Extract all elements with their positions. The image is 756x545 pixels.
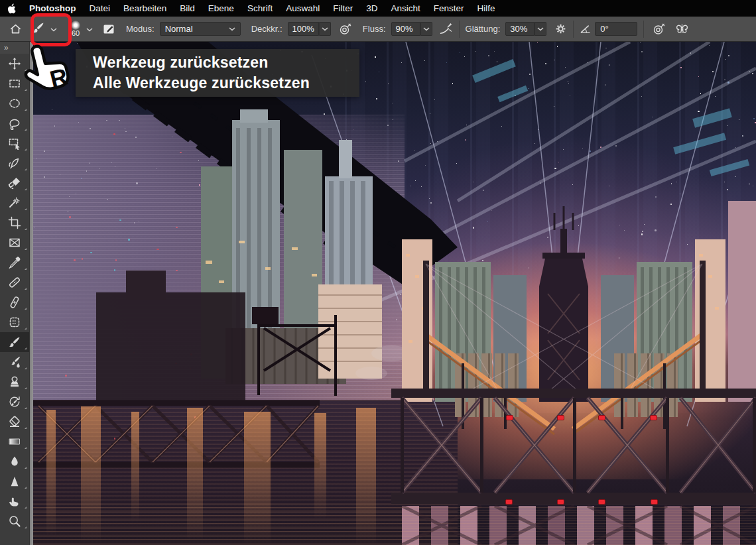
flow-value: 90% [391,22,420,36]
menu-item-reset-all-tools[interactable]: Alle Werkzeuge zurücksetzen [93,74,359,92]
menu-item-reset-tool[interactable]: Werkzeug zurücksetzen [93,54,359,72]
tool-sharpen[interactable] [0,471,29,491]
menu-item-auswahl[interactable]: Auswahl [279,0,326,17]
tool-magnetic-lasso[interactable] [0,153,29,173]
tools-panel: » [0,42,30,545]
transform-handle-0[interactable] [506,415,513,420]
separator [643,21,644,38]
tool-smudge[interactable] [0,491,29,511]
tool-list [0,54,29,531]
tool-zoom[interactable] [0,511,29,531]
pressure-size-button[interactable] [653,23,666,36]
chevron-down-icon [420,22,432,36]
home-button[interactable] [7,23,24,35]
opacity-field[interactable]: 100% [288,22,331,36]
menu-item-photoshop[interactable]: Photoshop [23,0,83,17]
transform-handle-2[interactable] [598,415,605,420]
smoothing-gear-button[interactable] [554,23,567,35]
tool-eraser[interactable] [0,412,29,432]
opacity-label: Deckkr.: [251,24,283,34]
angle-icon [580,24,591,34]
tool-magic-wand[interactable] [0,193,29,213]
toolbar-expand-glyph: » [4,43,9,52]
tool-selection-brush[interactable] [0,173,29,193]
chevron-down-icon [319,22,331,36]
brush-size-picker[interactable]: 60 [68,21,93,37]
chevron-down-icon [50,24,57,34]
toggle-brush-settings-button[interactable] [102,23,115,36]
menu-item-ebene[interactable]: Ebene [202,0,241,17]
paint-symmetry-butterfly-button[interactable] [675,22,689,36]
separator [459,21,460,38]
smoothing-value: 30% [505,22,535,36]
chevron-down-icon [86,24,93,34]
transform-handle-6[interactable] [598,499,605,505]
tool-options-bar: 60 Modus: Normal Deckkr.: 100% Fluss: 90… [0,17,756,42]
brush-angle-field[interactable]: 0° [580,22,637,36]
tool-frame[interactable] [0,233,29,253]
transform-handle-3[interactable] [650,415,657,420]
flow-field[interactable]: 90% [391,22,432,36]
tool-patch[interactable] [0,312,29,332]
photoshop-window: PhotoshopDateiBearbeitenBildEbeneSchrift… [0,0,756,545]
separator [573,21,574,38]
app-menus: PhotoshopDateiBearbeitenBildEbeneSchrift… [23,0,502,17]
tool-rectangular-marquee[interactable] [0,74,29,93]
opacity-value: 100% [288,22,319,36]
tool-gradient[interactable] [0,432,29,452]
apple-logo-icon[interactable] [0,0,23,17]
tool-mixer-brush[interactable] [0,352,29,372]
tool-clone-stamp[interactable] [0,372,29,392]
menu-item-datei[interactable]: Datei [83,0,117,17]
transform-handle-4[interactable] [505,499,513,505]
water-shimmer [33,505,756,545]
menu-item-schrift[interactable]: Schrift [241,0,279,17]
brush-size-value: 60 [72,29,80,37]
brush-preset-picker[interactable] [32,21,57,36]
flow-label: Fluss: [363,24,386,34]
cyan-glitch-patches [472,59,749,176]
tool-object-selection[interactable] [0,133,29,153]
tool-spot-healing-brush[interactable] [0,272,29,292]
menu-item-ansicht[interactable]: Ansicht [384,0,426,17]
tool-elliptical-marquee[interactable] [0,93,29,113]
smoothing-field[interactable]: 30% [505,22,546,36]
reset-tool-menu: Werkzeug zurücksetzen Alle Werkzeuge zur… [76,49,359,97]
transform-handle-1[interactable] [557,415,564,420]
brush-tool-icon [32,21,45,36]
mode-label: Modus: [126,24,155,34]
tool-blur[interactable] [0,452,29,471]
tool-history-brush[interactable] [0,392,29,412]
chevron-down-icon [229,27,235,31]
smoothing-label: Glättung: [466,24,501,34]
tool-crop[interactable] [0,213,29,233]
menu-item-filter[interactable]: Filter [326,0,359,17]
transform-handle-5[interactable] [557,499,564,505]
menu-item-hilfe[interactable]: Hilfe [471,0,502,17]
tool-eyedropper[interactable] [0,253,29,272]
brush-tip-preview [71,21,80,30]
blend-mode-select[interactable]: Normal [160,22,241,36]
tool-lasso[interactable] [0,113,29,133]
menu-item-bearbeiten[interactable]: Bearbeiten [117,0,173,17]
menu-item-fenster[interactable]: Fenster [427,0,471,17]
menu-bar: PhotoshopDateiBearbeitenBildEbeneSchrift… [0,0,756,17]
airbrush-button[interactable] [439,22,453,36]
tool-move[interactable] [0,54,29,74]
canvas-area[interactable] [33,42,756,545]
tool-brush[interactable] [0,332,29,352]
pressure-opacity-button[interactable] [339,23,352,36]
menu-item-bild[interactable]: Bild [173,0,202,17]
brush-angle-value: 0° [595,22,637,36]
chevron-down-icon [535,22,546,36]
transform-handle-7[interactable] [651,499,658,505]
cityscape-artwork [33,42,756,545]
menu-item-3d[interactable]: 3D [359,0,384,17]
blend-mode-value: Normal [165,24,193,34]
toolbar-expand-button[interactable]: » [0,42,29,54]
tool-healing-brush[interactable] [0,292,29,312]
